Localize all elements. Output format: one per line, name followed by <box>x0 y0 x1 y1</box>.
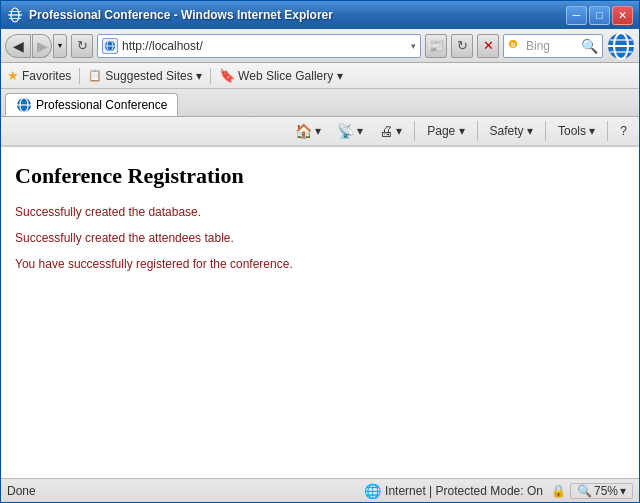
page-button[interactable]: Page ▾ <box>421 119 470 143</box>
rss-icon: 📡 <box>337 123 354 139</box>
favorites-label: Favorites <box>22 69 71 83</box>
rss-feeds-button[interactable]: 📡 ▾ <box>331 119 369 143</box>
status-message-3: You have successfully registered for the… <box>15 257 625 271</box>
cmd-separator-4 <box>607 121 608 141</box>
search-icon[interactable]: 🔍 <box>581 38 598 54</box>
stop-button[interactable]: ✕ <box>477 34 499 58</box>
titlebar-title: Professional Conference - Windows Intern… <box>29 8 333 22</box>
status-message-2: Successfully created the attendees table… <box>15 231 625 245</box>
minimize-button[interactable]: ─ <box>566 6 587 25</box>
zoom-text: 75% <box>594 484 618 498</box>
favicon-icon <box>102 38 118 54</box>
tab-bar: Professional Conference <box>1 89 639 117</box>
ie-logo <box>607 32 635 60</box>
favorites-bar: ★ Favorites 📋 Suggested Sites ▾ 🔖 Web Sl… <box>1 63 639 89</box>
browser-window: Professional Conference - Windows Intern… <box>0 0 640 503</box>
cmd-separator-2 <box>477 121 478 141</box>
status-text: Done <box>7 484 356 498</box>
search-placeholder: Bing <box>526 39 577 53</box>
address-text: http://localhost/ <box>122 39 407 53</box>
zone-text: Internet | Protected Mode: On <box>385 484 543 498</box>
refresh-button2[interactable]: ↻ <box>451 34 473 58</box>
tab-label: Professional Conference <box>36 98 167 112</box>
address-dropdown-icon[interactable]: ▾ <box>411 41 416 51</box>
refresh-button[interactable]: ↻ <box>71 34 93 58</box>
print-button[interactable]: 🖨 ▾ <box>373 119 408 143</box>
address-bar[interactable]: http://localhost/ ▾ <box>97 34 421 58</box>
zoom-control[interactable]: 🔍 75% ▾ <box>570 483 633 499</box>
status-right: 🔒 🔍 75% ▾ <box>551 483 633 499</box>
tools-label: Tools ▾ <box>558 124 595 138</box>
svg-text:b: b <box>511 41 515 48</box>
tab-favicon <box>16 97 32 113</box>
home-dropdown-icon: ▾ <box>315 124 321 138</box>
search-box[interactable]: b Bing 🔍 <box>503 34 603 58</box>
favorites-star-icon: ★ <box>7 68 19 83</box>
favorites-button[interactable]: ★ Favorites <box>7 68 71 83</box>
suggested-sites-item[interactable]: 📋 Suggested Sites ▾ <box>88 69 202 83</box>
print-icon: 🖨 <box>379 123 393 139</box>
help-label: ? <box>620 124 627 138</box>
rss-dropdown-icon: ▾ <box>357 124 363 138</box>
navigation-bar: ◀ ▶ ▾ ↻ http://localhost/ ▾ 📰 ↻ ✕ <box>1 29 639 63</box>
safety-button[interactable]: Safety ▾ <box>484 119 539 143</box>
back-button[interactable]: ◀ <box>5 34 31 58</box>
ie-title-icon <box>7 7 23 23</box>
favorites-divider <box>79 68 80 84</box>
forward-button[interactable]: ▶ <box>32 34 52 58</box>
tools-button[interactable]: Tools ▾ <box>552 119 601 143</box>
tab-professional-conference[interactable]: Professional Conference <box>5 93 178 116</box>
close-button[interactable]: ✕ <box>612 6 633 25</box>
page-label: Page ▾ <box>427 124 464 138</box>
titlebar-left: Professional Conference - Windows Intern… <box>7 7 333 23</box>
suggested-label: Suggested Sites ▾ <box>105 69 202 83</box>
suggested-icon: 📋 <box>88 69 102 82</box>
zoom-icon: 🔍 <box>577 484 592 498</box>
restore-button[interactable]: □ <box>589 6 610 25</box>
status-message-1: Successfully created the database. <box>15 205 625 219</box>
titlebar-buttons: ─ □ ✕ <box>566 6 633 25</box>
web-slice-label: Web Slice Gallery ▾ <box>238 69 342 83</box>
rss-button[interactable]: 📰 <box>425 34 447 58</box>
page-heading: Conference Registration <box>15 163 625 189</box>
web-slice-icon: 🔖 <box>219 68 235 83</box>
cmd-separator-1 <box>414 121 415 141</box>
home-icon: 🏠 <box>295 123 312 139</box>
fav-divider-2 <box>210 68 211 84</box>
internet-icon: 🌐 <box>364 483 381 499</box>
home-button[interactable]: 🏠 ▾ <box>289 119 327 143</box>
web-slice-item[interactable]: 🔖 Web Slice Gallery ▾ <box>219 68 342 83</box>
status-zone: 🌐 Internet | Protected Mode: On <box>364 483 543 499</box>
titlebar: Professional Conference - Windows Intern… <box>1 1 639 29</box>
back-forward-dropdown[interactable]: ▾ <box>53 34 67 58</box>
print-dropdown-icon: ▾ <box>396 124 402 138</box>
zoom-dropdown-icon: ▾ <box>620 484 626 498</box>
lock-icon: 🔒 <box>551 484 566 498</box>
command-bar: 🏠 ▾ 📡 ▾ 🖨 ▾ Page ▾ Safety ▾ Tools ▾ <box>1 117 639 147</box>
content-area: Conference Registration Successfully cre… <box>1 147 639 478</box>
cmd-separator-3 <box>545 121 546 141</box>
safety-label: Safety ▾ <box>490 124 533 138</box>
status-bar: Done 🌐 Internet | Protected Mode: On 🔒 🔍… <box>1 478 639 502</box>
help-button[interactable]: ? <box>614 119 633 143</box>
